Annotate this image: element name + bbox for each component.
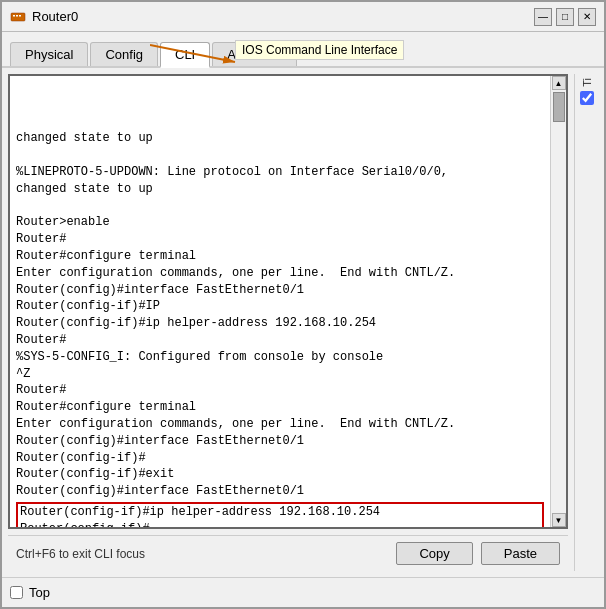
terminal-line: %LINEPROTO-5-UPDOWN: Line protocol on In… <box>16 164 544 181</box>
svg-rect-2 <box>16 15 18 17</box>
maximize-button[interactable]: □ <box>556 8 574 26</box>
terminal-line: Router# <box>16 332 544 349</box>
svg-rect-1 <box>13 15 15 17</box>
terminal-line: Router(config)#interface FastEthernet0/1 <box>16 282 544 299</box>
tab-config[interactable]: Config <box>90 42 158 66</box>
terminal-line: Enter configuration commands, one per li… <box>16 265 544 282</box>
close-button[interactable]: ✕ <box>578 8 596 26</box>
ctrl-hint: Ctrl+F6 to exit CLI focus <box>16 547 145 561</box>
terminal-line: %SYS-5-CONFIG_I: Configured from console… <box>16 349 544 366</box>
terminal-line <box>16 147 544 164</box>
paste-button[interactable]: Paste <box>481 542 560 565</box>
terminal-line: Router>enable <box>16 214 544 231</box>
right-panel: Ti <box>574 74 598 571</box>
terminal-line: Router# <box>16 382 544 399</box>
scrollbar[interactable]: ▲ ▼ <box>550 76 566 527</box>
top-checkbox[interactable] <box>10 586 23 599</box>
terminal-line: Router(config-if)# <box>20 521 540 527</box>
terminal[interactable]: changed state to up %LINEPROTO-5-UPDOWN:… <box>8 74 568 529</box>
scroll-thumb[interactable] <box>553 92 565 122</box>
top-label: Top <box>29 585 50 600</box>
top-checkbox-label[interactable]: Top <box>10 585 50 600</box>
tab-bar: Physical Config CLI Attributes <box>2 32 604 68</box>
terminal-line <box>16 198 544 215</box>
terminal-line: Router(config-if)# <box>16 450 544 467</box>
router-icon <box>10 9 26 25</box>
window-title: Router0 <box>32 9 78 24</box>
tab-attributes[interactable]: Attributes <box>212 42 297 66</box>
terminal-line: Router#configure terminal <box>16 399 544 416</box>
right-panel-label: Ti <box>581 78 593 87</box>
titlebar: Router0 — □ ✕ <box>2 2 604 32</box>
terminal-line: ^Z <box>16 366 544 383</box>
titlebar-left: Router0 <box>10 9 78 25</box>
terminal-line: Router# <box>16 231 544 248</box>
titlebar-controls: — □ ✕ <box>534 8 596 26</box>
content-area: changed state to up %LINEPROTO-5-UPDOWN:… <box>2 68 604 577</box>
copy-button[interactable]: Copy <box>396 542 472 565</box>
footer: Top <box>2 577 604 607</box>
scroll-up-button[interactable]: ▲ <box>552 76 566 90</box>
main-area: changed state to up %LINEPROTO-5-UPDOWN:… <box>8 74 568 571</box>
terminal-line: changed state to up <box>16 130 544 147</box>
router-window: Router0 — □ ✕ Physical Config CLI Attrib… <box>0 0 606 609</box>
terminal-content[interactable]: changed state to up %LINEPROTO-5-UPDOWN:… <box>10 76 550 527</box>
tab-physical[interactable]: Physical <box>10 42 88 66</box>
terminal-line: Router(config-if)#exit <box>16 466 544 483</box>
terminal-line: Router(config-if)#ip helper-address 192.… <box>20 504 540 521</box>
terminal-line: changed state to up <box>16 181 544 198</box>
svg-rect-0 <box>11 13 25 21</box>
highlighted-block: Router(config-if)#ip helper-address 192.… <box>16 502 544 527</box>
bottom-bar: Ctrl+F6 to exit CLI focus Copy Paste <box>8 535 568 571</box>
minimize-button[interactable]: — <box>534 8 552 26</box>
scroll-down-button[interactable]: ▼ <box>552 513 566 527</box>
terminal-line: Router#configure terminal <box>16 248 544 265</box>
terminal-line: Router(config)#interface FastEthernet0/1 <box>16 483 544 500</box>
terminal-line: Router(config)#interface FastEthernet0/1 <box>16 433 544 450</box>
right-panel-checkbox[interactable] <box>580 91 594 105</box>
action-buttons: Copy Paste <box>396 542 560 565</box>
tab-cli[interactable]: CLI <box>160 42 210 68</box>
terminal-line: Enter configuration commands, one per li… <box>16 416 544 433</box>
svg-rect-3 <box>19 15 21 17</box>
terminal-line: Router(config-if)#IP <box>16 298 544 315</box>
terminal-line: Router(config-if)#ip helper-address 192.… <box>16 315 544 332</box>
